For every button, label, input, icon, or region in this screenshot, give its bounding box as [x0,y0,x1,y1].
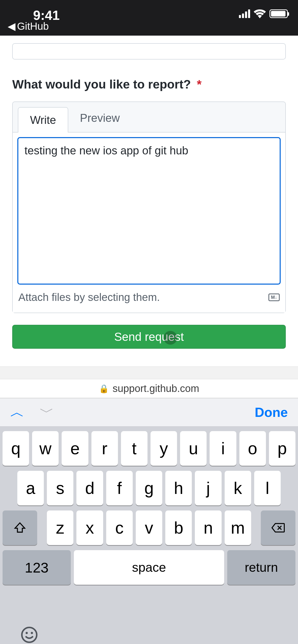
editor-body: testing the new ios app of git hub Attac… [13,132,285,313]
lock-icon: 🔒 [99,384,109,393]
key-n[interactable]: n [195,510,221,545]
key-k[interactable]: k [225,471,251,505]
key-shift[interactable] [3,510,37,545]
back-app-label: GitHub [17,21,49,32]
on-screen-keyboard: q w e r t y u i o p a s d f g h j k l z … [0,427,298,644]
cellular-icon [239,9,250,18]
keyboard-done-button[interactable]: Done [255,405,288,420]
key-a[interactable]: a [17,471,44,505]
status-right-icons [239,9,288,18]
key-h[interactable]: h [165,471,192,505]
key-space[interactable]: space [74,550,224,585]
key-l[interactable]: l [254,471,281,505]
previous-field-partial[interactable] [12,43,286,60]
page-content: What would you like to report? * Write P… [0,43,298,349]
required-asterisk: * [197,78,202,91]
editor-container: Write Preview testing the new ios app of… [12,101,286,313]
report-textarea[interactable]: testing the new ios app of git hub [17,137,281,285]
key-backspace[interactable] [261,510,295,545]
key-e[interactable]: e [62,431,88,466]
key-o[interactable]: o [239,431,266,466]
key-c[interactable]: c [106,510,133,545]
keyboard-row-3: z x c v b n m [3,510,295,545]
key-u[interactable]: u [180,431,207,466]
svg-point-1 [25,632,28,634]
key-g[interactable]: g [136,471,162,505]
key-z[interactable]: z [47,510,73,545]
url-text: support.github.com [113,383,199,394]
status-bar: 9:41 ◀ GitHub [0,0,298,36]
backspace-icon [272,523,285,533]
key-p[interactable]: p [269,431,295,466]
back-to-app-button[interactable]: ◀ GitHub [8,20,49,32]
key-i[interactable]: i [210,431,236,466]
key-b[interactable]: b [165,510,192,545]
browser-address-bar[interactable]: 🔒 support.github.com [0,379,298,398]
key-numbers[interactable]: 123 [3,550,71,585]
touch-indicator [164,331,177,345]
key-return[interactable]: return [227,550,295,585]
key-w[interactable]: w [32,431,59,466]
key-r[interactable]: r [91,431,118,466]
battery-icon [269,9,288,18]
markdown-icon[interactable]: M↓ [268,294,280,301]
report-question-label: What would you like to report? * [12,77,286,91]
next-field-chevron-icon: ﹀ [40,403,54,422]
tab-write[interactable]: Write [18,107,68,133]
keyboard-row-4: 123 space return [3,550,295,585]
key-v[interactable]: v [136,510,162,545]
key-t[interactable]: t [121,431,147,466]
toolbar-separator [0,367,298,379]
editor-tabs: Write Preview [13,102,285,133]
attach-row: Attach files by selecting them. M↓ [17,286,281,308]
back-chevron-icon: ◀ [8,20,16,32]
key-s[interactable]: s [47,471,73,505]
keyboard-row-2: a s d f g h j k l [3,471,295,505]
wifi-icon [254,9,266,18]
field-nav: ︿ ﹀ [10,403,54,422]
key-f[interactable]: f [106,471,133,505]
key-x[interactable]: x [76,510,103,545]
key-d[interactable]: d [76,471,103,505]
svg-point-2 [31,632,33,634]
keyboard-accessory-bar: ︿ ﹀ Done [0,398,298,427]
key-j[interactable]: j [195,471,221,505]
send-request-button[interactable]: Send request [12,325,286,349]
key-m[interactable]: m [225,510,251,545]
keyboard-row-1: q w e r t y u i o p [3,431,295,466]
emoji-keyboard-button[interactable] [20,626,38,644]
key-q[interactable]: q [3,431,29,466]
shift-icon [14,522,26,534]
svg-point-0 [22,627,37,642]
emoji-icon [20,626,38,644]
attach-hint[interactable]: Attach files by selecting them. [18,291,160,303]
prev-field-chevron-icon[interactable]: ︿ [10,403,24,422]
tab-preview[interactable]: Preview [68,102,132,133]
key-y[interactable]: y [151,431,177,466]
